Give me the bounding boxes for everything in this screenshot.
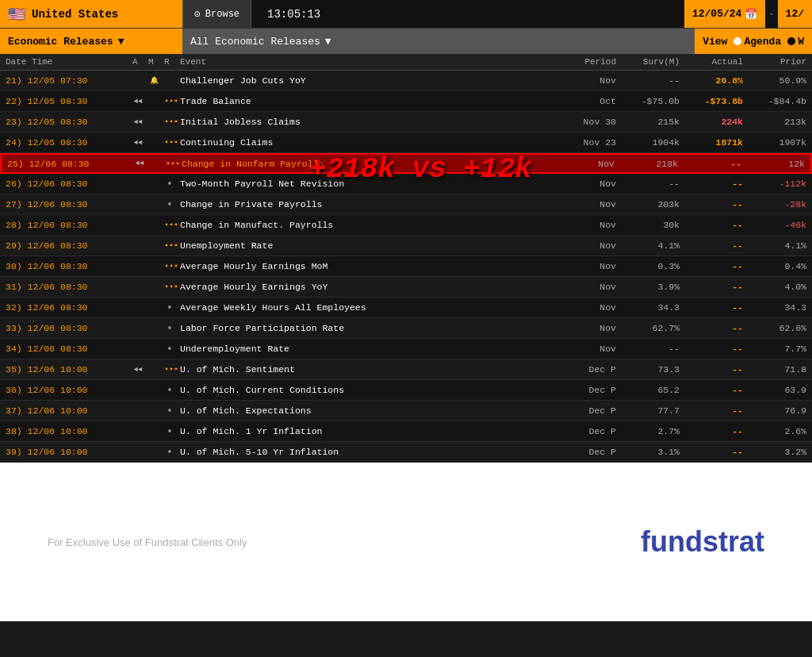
- table-row[interactable]: 34) 12/06 08:30 • Underemployment Rate N…: [0, 339, 812, 359]
- cell-m-icon: [146, 142, 162, 144]
- header-event: Event: [178, 56, 555, 67]
- cell-datetime: 31) 12/06 08:30: [3, 281, 130, 293]
- cell-r-icon: •: [162, 404, 178, 418]
- cell-event: Continuing Claims: [178, 136, 555, 148]
- cell-actual: 26.8%: [682, 75, 745, 86]
- cell-r-icon: •: [162, 198, 178, 212]
- all-econ-dropdown[interactable]: All Economic Releases ▼: [182, 29, 695, 54]
- cell-prior: 34.3: [745, 302, 809, 313]
- agenda-label: Agenda: [744, 36, 781, 48]
- table-row[interactable]: 24) 12/05 08:30 ◄◄ ▪▪▪ Continuing Claims…: [0, 133, 812, 153]
- footer: For Exclusive Use of Fundstrat Clients O…: [0, 463, 812, 621]
- cell-period: Nov 30: [555, 116, 619, 128]
- second-bar: Economic Releases ▼ All Economic Release…: [0, 29, 812, 54]
- table-row[interactable]: 32) 12/06 08:30 • Average Weekly Hours A…: [0, 298, 812, 318]
- table-row[interactable]: 29) 12/06 08:30 ▪▪▪ Unemployment Rate No…: [0, 236, 812, 256]
- cell-event: Underemployment Rate: [178, 343, 555, 355]
- table-row[interactable]: 36) 12/06 10:00 • U. of Mich. Current Co…: [0, 380, 812, 401]
- cell-actual: --: [682, 219, 745, 231]
- cell-r-icon: •: [162, 177, 178, 191]
- cell-event: U. of Mich. Sentiment: [178, 363, 555, 375]
- table-row[interactable]: 31) 12/06 08:30 ▪▪▪ Average Hourly Earni…: [0, 277, 812, 298]
- table-row[interactable]: 33) 12/06 08:30 • Labor Force Participat…: [0, 318, 812, 339]
- cell-actual: --: [682, 322, 745, 334]
- agenda-radio[interactable]: Agenda: [733, 36, 781, 48]
- cell-prior: 7.7%: [745, 343, 809, 355]
- cell-period: Nov: [553, 158, 617, 170]
- table-row[interactable]: 30) 12/06 08:30 ▪▪▪ Average Hourly Earni…: [0, 256, 812, 277]
- view-label: View: [703, 36, 727, 48]
- cell-surv: 77.7: [619, 405, 682, 417]
- cell-surv: 4.1%: [619, 240, 682, 252]
- cell-m-icon: [146, 266, 162, 267]
- region-name: United States: [32, 8, 118, 21]
- cell-event: Change in Manufact. Payrolls: [178, 219, 555, 231]
- cell-prior: 3.2%: [745, 446, 809, 458]
- all-econ-arrow-icon: ▼: [325, 36, 331, 48]
- cell-event: U. of Mich. 5-10 Yr Inflation: [178, 446, 555, 458]
- region-selector[interactable]: 🇺🇸 United States: [0, 0, 182, 28]
- table-row[interactable]: 23) 12/05 08:30 ◄◄ ▪▪▪ Initial Jobless C…: [0, 112, 812, 133]
- cell-surv: 3.9%: [619, 281, 682, 293]
- cell-a-icon: ◄◄: [130, 117, 146, 127]
- date-start: 12/05/24: [692, 8, 741, 20]
- cell-prior: -46k: [745, 219, 809, 231]
- cell-datetime: 30) 12/06 08:30: [3, 260, 130, 272]
- cell-event: U. of Mich. 1 Yr Inflation: [178, 425, 555, 437]
- cell-period: Nov: [555, 219, 619, 231]
- cell-period: Oct: [555, 95, 619, 107]
- date-end-button[interactable]: 12/: [778, 0, 812, 28]
- cell-m-icon: [146, 286, 162, 288]
- cell-a-icon: [130, 286, 146, 288]
- cell-m-icon: [146, 369, 162, 371]
- cell-r-icon: ▪▪▪: [162, 220, 178, 230]
- cell-a-icon: [130, 183, 146, 185]
- header-datetime: Date Time: [3, 56, 130, 67]
- cell-m-icon: [146, 390, 162, 391]
- browse-button[interactable]: ⊙ Browse: [182, 0, 251, 28]
- table-row[interactable]: 28) 12/06 08:30 ▪▪▪ Change in Manufact. …: [0, 215, 812, 236]
- cell-a-icon: [130, 307, 146, 309]
- date-end: 12/: [786, 8, 804, 20]
- cell-m-icon: [147, 163, 163, 164]
- table-row[interactable]: 22) 12/05 08:30 ◄◄ ▪▪▪ Trade Balance Oct…: [0, 91, 812, 112]
- top-bar: 🇺🇸 United States ⊙ Browse 13:05:13 12/05…: [0, 0, 812, 29]
- cell-r-icon: ▪▪▪: [162, 282, 178, 292]
- cell-m-icon: [146, 451, 162, 453]
- table-row[interactable]: 39) 12/06 10:00 • U. of Mich. 5-10 Yr In…: [0, 442, 812, 463]
- cell-r-icon: •: [162, 425, 178, 439]
- cell-actual: --: [682, 343, 745, 355]
- cell-r-icon: [162, 80, 178, 82]
- cell-a-icon: [130, 204, 146, 206]
- cell-prior: 4.0%: [745, 281, 809, 293]
- cell-actual: 224k: [682, 116, 745, 128]
- cell-actual: --: [682, 302, 745, 313]
- cell-event: Average Weekly Hours All Employees: [178, 302, 555, 313]
- view-section: View Agenda W: [695, 36, 812, 48]
- cell-datetime: 22) 12/05 08:30: [3, 95, 130, 107]
- cell-period: Nov: [555, 260, 619, 272]
- cell-r-icon: •: [162, 342, 178, 356]
- cell-prior: 213k: [745, 116, 809, 128]
- cell-surv: 218k: [617, 158, 680, 170]
- browse-label: Browse: [205, 9, 239, 20]
- w-radio[interactable]: W: [787, 36, 804, 48]
- table-row[interactable]: 21) 12/05 07:30 🔔 Challenger Job Cuts Yo…: [0, 71, 812, 91]
- table-row[interactable]: 35) 12/06 10:00 ◄◄ ▪▪▪ U. of Mich. Senti…: [0, 359, 812, 380]
- table-row[interactable]: 38) 12/06 10:00 • U. of Mich. 1 Yr Infla…: [0, 421, 812, 442]
- all-econ-label: All Economic Releases: [190, 36, 320, 48]
- econ-releases-dropdown[interactable]: Economic Releases ▼: [0, 29, 182, 54]
- cell-surv: --: [619, 75, 682, 86]
- date-button[interactable]: 12/05/24 📅: [684, 0, 765, 28]
- cell-actual: --: [682, 198, 745, 210]
- cell-m-icon: [146, 121, 162, 123]
- cell-a-icon: [130, 328, 146, 329]
- header-prior: Prior: [745, 56, 809, 67]
- table-row[interactable]: 27) 12/06 08:30 • Change in Private Payr…: [0, 194, 812, 215]
- cell-actual: 1871k: [682, 136, 745, 148]
- table-row[interactable]: 37) 12/06 10:00 • U. of Mich. Expectatio…: [0, 401, 812, 421]
- cell-prior: -28k: [745, 198, 809, 210]
- cell-surv: 1904k: [619, 136, 682, 148]
- time-display: 13:05:13: [251, 8, 336, 21]
- cell-datetime: 37) 12/06 10:00: [3, 405, 130, 417]
